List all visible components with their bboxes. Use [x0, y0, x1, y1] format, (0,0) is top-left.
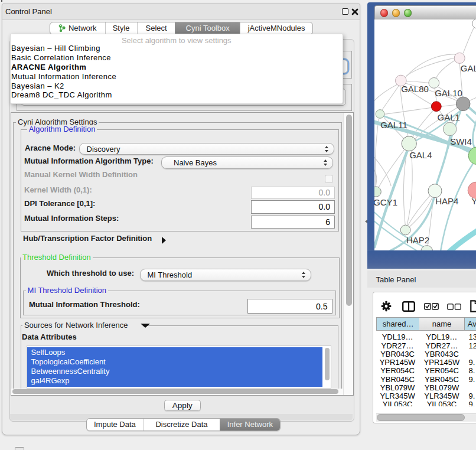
svg-text:Y: Y [471, 196, 476, 206]
svg-text:SWI4: SWI4 [450, 136, 472, 146]
svg-text:HAP4: HAP4 [435, 196, 458, 206]
svg-text:GAL10: GAL10 [435, 87, 462, 97]
svg-text:GAL11: GAL11 [380, 120, 407, 130]
svg-text:HAP2: HAP2 [406, 235, 429, 245]
svg-text:GAL80: GAL80 [401, 83, 429, 93]
svg-text:GAL1: GAL1 [437, 112, 459, 122]
svg-text:GAL4: GAL4 [409, 150, 432, 160]
svg-text:GAL7: GAL7 [461, 63, 476, 73]
svg-text:GCY1: GCY1 [374, 197, 397, 207]
